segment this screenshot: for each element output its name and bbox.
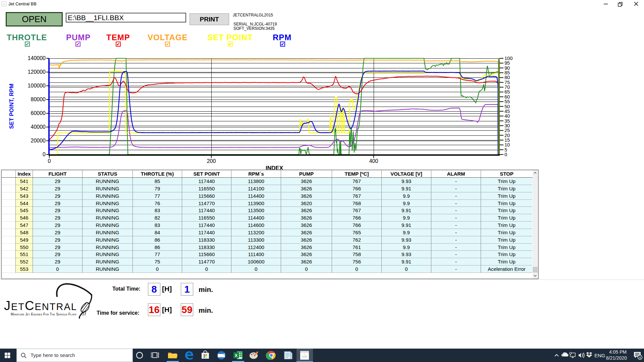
svg-text:60: 60	[504, 94, 510, 100]
svg-text:60000: 60000	[31, 110, 46, 116]
svg-text:100: 100	[504, 56, 513, 61]
svg-text:80000: 80000	[31, 97, 46, 102]
svg-text:85: 85	[504, 70, 510, 75]
svg-text:X: X	[235, 353, 238, 358]
svg-text:50: 50	[504, 104, 510, 109]
svg-text:5: 5	[504, 147, 507, 153]
svg-text:65: 65	[504, 89, 510, 95]
svg-text:4: 4	[639, 356, 641, 359]
svg-text:0: 0	[48, 158, 51, 164]
svg-text:20: 20	[504, 133, 510, 138]
svg-text:120000: 120000	[28, 69, 46, 75]
svg-text:45: 45	[504, 109, 510, 114]
svg-text:90: 90	[504, 65, 510, 71]
svg-text:40000: 40000	[31, 124, 46, 130]
svg-text:0: 0	[43, 152, 46, 157]
svg-text:0: 0	[504, 152, 507, 157]
svg-text:75: 75	[504, 80, 510, 85]
svg-text:25: 25	[504, 128, 510, 133]
svg-text:30: 30	[504, 123, 510, 128]
svg-text:400: 400	[369, 158, 378, 164]
svg-text:100000: 100000	[28, 83, 46, 88]
svg-text:SET POINT, RPM: SET POINT, RPM	[8, 83, 15, 129]
svg-text:140000: 140000	[28, 55, 46, 61]
svg-text:35: 35	[504, 118, 510, 124]
svg-text:200: 200	[207, 158, 216, 164]
svg-text:70: 70	[504, 84, 510, 90]
svg-text:80: 80	[504, 75, 510, 80]
svg-text:15: 15	[504, 137, 510, 143]
svg-text:95: 95	[504, 60, 510, 66]
svg-text:55: 55	[504, 99, 510, 104]
svg-text:40: 40	[504, 113, 510, 119]
svg-text:10: 10	[504, 142, 510, 147]
svg-text:20000: 20000	[31, 138, 46, 143]
